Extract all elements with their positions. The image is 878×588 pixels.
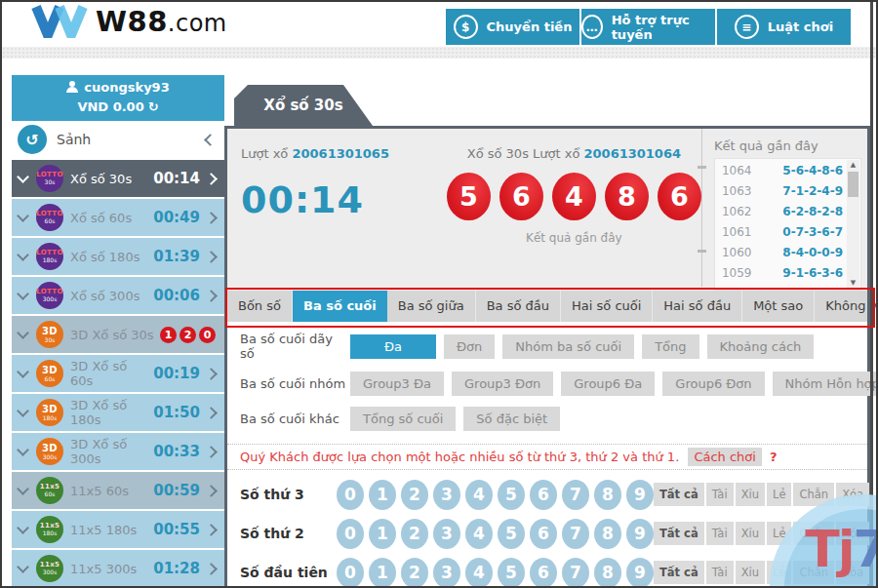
bet-option-button[interactable]: Tổng [642, 334, 698, 359]
sidebar-game-row[interactable]: 3D 30s 3D Xổ số 30s 1 2 0 [12, 316, 224, 353]
digit-button[interactable]: 3 [433, 519, 460, 549]
bet-option-button[interactable]: Group6 Đa [561, 372, 655, 396]
game-tab-title[interactable]: Xổ số 30s [234, 85, 373, 126]
bet-option-button[interactable]: Group3 Đa [350, 372, 444, 396]
chevron-down-icon[interactable] [17, 288, 29, 300]
sidebar-game-row[interactable]: LOTTO 300s Xổ số 300s 00:06 [12, 277, 224, 314]
quick-select-button[interactable]: Xỉu [736, 561, 765, 584]
bet-type-tab[interactable]: Bốn số [227, 291, 293, 322]
digit-button[interactable]: 3 [433, 558, 460, 588]
chevron-down-icon[interactable] [17, 522, 29, 534]
digit-button[interactable]: 5 [498, 480, 525, 510]
digit-button[interactable]: 8 [594, 480, 621, 510]
digit-button[interactable]: 6 [530, 480, 557, 510]
bet-type-tab[interactable]: Không vị trí [815, 291, 878, 322]
digit-button[interactable]: 7 [562, 558, 589, 588]
sidebar-game-row[interactable]: LOTTO 60s Xổ số 60s 00:49 [12, 199, 224, 236]
bet-type-tab[interactable]: Ba số đầu [476, 291, 561, 322]
digit-button[interactable]: 5 [498, 558, 525, 588]
bet-option-button[interactable]: Nhóm Hỗn hợp [773, 372, 878, 396]
header-button[interactable]: … Hỗ trợ trực tuyến [581, 9, 715, 45]
bet-option-button[interactable]: Khoảng cách [707, 334, 815, 359]
sidebar-game-row[interactable]: 11x5 180s 11x5 180s 00:55 [12, 511, 224, 548]
bet-type-tab[interactable]: Ba số giữa [387, 291, 476, 322]
digit-button[interactable]: 1 [369, 480, 396, 510]
digit-button[interactable]: 1 [369, 558, 396, 588]
refresh-balance-icon[interactable]: ↻ [148, 99, 159, 114]
header-button[interactable]: $ Chuyển tiền [446, 9, 579, 45]
chevron-right-icon[interactable] [205, 173, 218, 185]
chevron-down-icon[interactable] [17, 483, 29, 495]
chevron-right-icon[interactable] [205, 485, 218, 497]
digit-button[interactable]: 8 [594, 519, 621, 549]
bet-type-tab[interactable]: Ba số cuối [293, 291, 387, 322]
digit-button[interactable]: 3 [433, 480, 460, 510]
chevron-down-icon[interactable] [17, 210, 29, 222]
quick-select-button[interactable]: Lẻ [767, 561, 791, 584]
quick-select-button[interactable]: Chẵn [793, 483, 834, 506]
quick-select-button[interactable]: Tài [706, 561, 734, 584]
sidebar-game-row[interactable]: 3D 60s 3D Xổ số 60s 00:19 [12, 355, 224, 392]
bet-option-button[interactable]: Đơn [444, 334, 495, 359]
chevron-right-icon[interactable] [205, 524, 218, 536]
scroll-up-icon[interactable]: ▲ [847, 160, 859, 171]
quick-select-button[interactable]: Xóa [836, 483, 869, 506]
digit-button[interactable]: 6 [530, 558, 557, 588]
chevron-right-icon[interactable] [205, 251, 218, 263]
quick-select-button[interactable]: Chẵn [793, 561, 834, 584]
quick-select-button[interactable]: Lẻ [767, 522, 791, 545]
quick-select-button[interactable]: Tất cả [654, 483, 704, 506]
bet-option-button[interactable]: Nhóm ba số cuối [502, 334, 634, 359]
digit-button[interactable]: 4 [465, 519, 493, 549]
sidebar-game-row[interactable]: 11x5 300s 11x5 300s 01:28 [12, 550, 224, 587]
bet-option-button[interactable]: Group6 Đơn [662, 372, 764, 396]
digit-button[interactable]: 7 [562, 519, 589, 549]
digit-button[interactable]: 0 [337, 519, 364, 549]
chevron-right-icon[interactable] [205, 407, 218, 419]
quick-select-button[interactable]: Xóa [836, 522, 869, 545]
chevron-right-icon[interactable] [205, 563, 218, 575]
chevron-down-icon[interactable] [17, 405, 29, 417]
bet-option-button[interactable]: Tổng số cuối [350, 407, 456, 431]
sidebar-game-row[interactable]: 3D 180s 3D Xổ số 180s 01:50 [12, 394, 224, 431]
digit-button[interactable]: 9 [626, 480, 654, 510]
quick-select-button[interactable]: Xỉu [736, 522, 765, 545]
quick-select-button[interactable]: Xóa [836, 561, 869, 584]
quick-select-button[interactable]: Tất cả [654, 561, 704, 584]
scroll-down-icon[interactable]: ▼ [847, 278, 859, 289]
sidebar-game-row[interactable]: 3D 300s 3D Xổ số 300s 00:33 [12, 433, 224, 470]
digit-button[interactable]: 8 [594, 558, 621, 588]
chevron-right-icon[interactable] [205, 212, 218, 224]
digit-button[interactable]: 5 [498, 519, 525, 549]
sidebar-game-row[interactable]: 11x5 60s 11x5 60s 00:59 [12, 472, 224, 509]
bet-type-tab[interactable]: Một sao [742, 291, 815, 322]
digit-button[interactable]: 2 [401, 519, 428, 549]
chevron-down-icon[interactable] [17, 249, 29, 261]
digit-button[interactable]: 9 [626, 519, 654, 549]
sidebar-game-row[interactable]: LOTTO 30s Xổ số 30s 00:14 [12, 160, 224, 197]
digit-button[interactable]: 0 [337, 558, 364, 588]
chevron-down-icon[interactable] [17, 327, 29, 339]
quick-select-button[interactable]: Chẵn [793, 522, 834, 545]
bet-option-button[interactable]: Số đặc biệt [463, 407, 560, 431]
bet-option-button[interactable]: Đa [350, 334, 436, 359]
digit-button[interactable]: 2 [401, 558, 428, 588]
bet-option-button[interactable]: Group3 Đơn [452, 372, 553, 396]
chevron-down-icon[interactable] [17, 171, 29, 183]
chevron-right-icon[interactable] [205, 290, 218, 302]
digit-button[interactable]: 7 [562, 480, 589, 510]
digit-button[interactable]: 1 [369, 519, 396, 549]
header-button[interactable]: ≡ Luật chơi [717, 9, 851, 45]
bet-type-tab[interactable]: Hai số đầu [653, 291, 742, 322]
quick-select-button[interactable]: Tài [706, 522, 734, 545]
scrollbar[interactable]: ▲ ▼ [847, 160, 859, 289]
quick-select-button[interactable]: Tài [706, 483, 734, 506]
chevron-down-icon[interactable] [17, 366, 29, 378]
digit-button[interactable]: 2 [401, 480, 428, 510]
bet-type-tab[interactable]: Hai số cuối [561, 291, 653, 322]
digit-button[interactable]: 6 [530, 519, 557, 549]
chevron-down-icon[interactable] [17, 561, 29, 573]
chevron-right-icon[interactable] [205, 446, 218, 458]
scrollbar-thumb[interactable] [848, 172, 858, 197]
quick-select-button[interactable]: Lẻ [767, 483, 791, 506]
